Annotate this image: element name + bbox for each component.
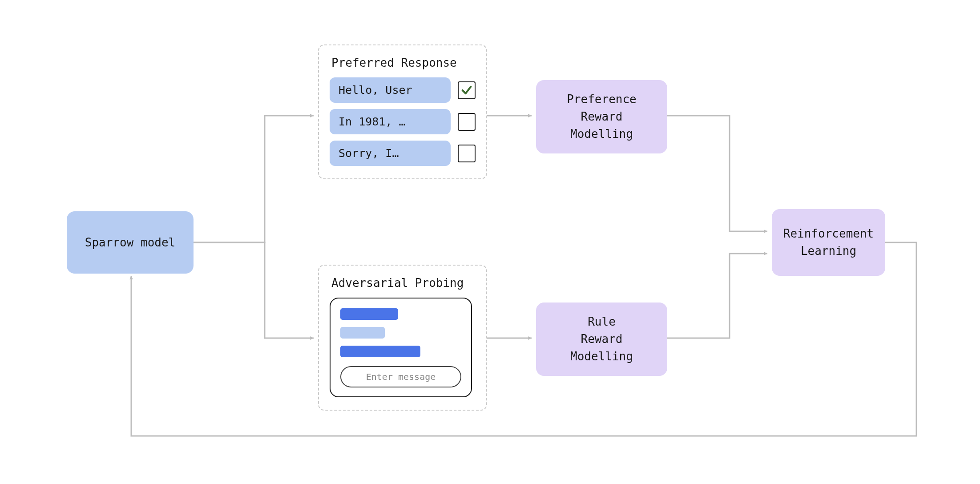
response-row: Sorry, I… <box>330 141 476 166</box>
checkmark-icon <box>460 84 473 97</box>
reinforcement-learning-label: Reinforcement Learning <box>783 225 874 260</box>
chat-message-bar <box>340 308 398 320</box>
chat-mock-card: Enter message <box>330 298 472 397</box>
chat-message-bar <box>340 327 385 339</box>
response-option-label: Sorry, I… <box>330 141 451 166</box>
reinforcement-learning-node: Reinforcement Learning <box>772 209 885 276</box>
response-checkbox-empty[interactable] <box>458 145 476 162</box>
rule-reward-label: Rule Reward Modelling <box>570 313 633 365</box>
preferred-response-panel: Preferred Response Hello, User In 1981, … <box>318 44 487 179</box>
preferred-response-title: Preferred Response <box>331 56 476 69</box>
chat-message-bar <box>340 346 420 357</box>
response-option-label: In 1981, … <box>330 109 451 134</box>
preference-reward-label: Preference Reward Modelling <box>567 91 637 143</box>
response-option-label: Hello, User <box>330 77 451 103</box>
response-checkbox-empty[interactable] <box>458 113 476 131</box>
sparrow-model-node: Sparrow model <box>67 211 194 274</box>
response-row: Hello, User <box>330 77 476 103</box>
rule-reward-node: Rule Reward Modelling <box>536 302 667 376</box>
adversarial-probing-title: Adversarial Probing <box>331 276 476 290</box>
adversarial-probing-panel: Adversarial Probing Enter message <box>318 265 487 411</box>
preference-reward-node: Preference Reward Modelling <box>536 80 667 153</box>
chat-input-placeholder[interactable]: Enter message <box>340 366 461 387</box>
sparrow-model-label: Sparrow model <box>85 234 176 251</box>
response-checkbox-checked[interactable] <box>458 81 476 99</box>
response-row: In 1981, … <box>330 109 476 134</box>
